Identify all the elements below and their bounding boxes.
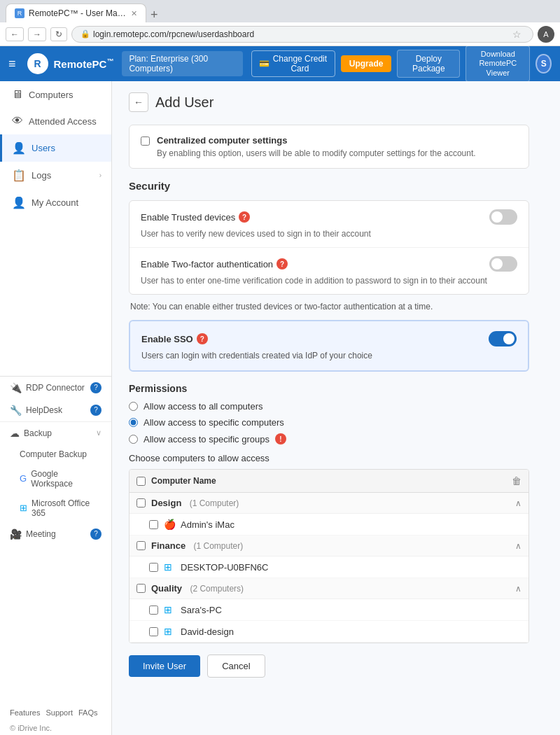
credit-card-icon: 💳 [259,59,270,69]
back-button[interactable]: ← [129,92,148,112]
sidebar-item-attended-access[interactable]: 👁 Attended Access [0,108,111,134]
user-avatar[interactable]: S [536,54,552,74]
new-tab-button[interactable]: + [146,8,162,22]
group-finance-checkbox[interactable] [136,541,146,550]
support-link[interactable]: Support [46,708,73,717]
logs-expand-icon: › [99,172,102,179]
page-footer: Invite User Cancel [129,643,529,683]
permissions-title: Permissions [129,383,529,394]
faqs-link[interactable]: FAQs [78,708,98,717]
two-factor-label: Enable Two-factor authentication ? [141,258,288,270]
address-bar[interactable]: 🔒 login.remotepc.com/rpcnew/userdashboar… [71,26,533,43]
idrive-brand: © iDrive Inc. [0,721,111,735]
tab-close-icon[interactable]: ✕ [131,9,137,18]
browser-tab[interactable]: R RemotePC™ - User Management ✕ [6,4,146,22]
backup-icon: ☁ [10,428,20,439]
sidebar-item-computer-backup[interactable]: Computer Backup [0,444,111,464]
group-quality-checkbox[interactable] [136,584,146,593]
computer-table: Computer Name 🗑 Design (1 Computer) ∧ [129,469,529,643]
features-link[interactable]: Features [10,708,40,717]
invite-user-button[interactable]: Invite User [129,655,200,677]
sidebar-item-google-workspace[interactable]: G Google Workspace [0,464,111,493]
bookmark-icon[interactable]: ☆ [512,29,522,40]
rdp-help-icon[interactable]: ? [90,382,102,393]
microsoft-icon: ⊞ [20,503,27,513]
windows-icon: ⊞ [164,561,175,573]
sso-help-icon[interactable]: ? [197,333,208,344]
radio-all-input[interactable] [129,402,138,411]
security-box: Enable Trusted devices ? User has to ver… [129,200,529,295]
saras-pc-checkbox[interactable] [149,606,158,615]
hamburger-icon[interactable]: ≡ [8,57,16,71]
delete-icon[interactable]: 🗑 [512,475,522,486]
back-button[interactable]: ← [6,27,24,41]
address-text: login.remotepc.com/rpcnew/userdashboard [93,29,254,39]
centralized-settings-card: Centralized computer settings By enablin… [129,125,529,169]
helpdesk-icon: 🔧 [10,405,22,416]
two-factor-help-icon[interactable]: ? [276,258,288,270]
change-credit-card-button[interactable]: 💳 Change Credit Card [251,50,335,77]
backup-section: ☁ Backup ∨ Computer Backup G Google Work… [0,421,111,523]
radio-specific-label[interactable]: Allow access to specific computers [144,417,284,428]
sidebar-item-rdp-connector[interactable]: 🔌 RDP Connector ? [0,377,111,399]
admin-imac-checkbox[interactable] [149,520,158,529]
sidebar-item-users[interactable]: 👤 Users [0,134,111,162]
meeting-help-icon[interactable]: ? [90,528,102,540]
finance-chevron-icon: ∧ [515,541,522,551]
sso-desc: Users can login with credentials created… [141,351,517,360]
sidebar-bottom: 🔌 RDP Connector ? 🔧 HelpDesk ? ☁ Backup … [0,376,111,545]
tab-label: RemotePC™ - User Management [29,8,127,18]
helpdesk-help-icon[interactable]: ? [90,405,102,416]
sidebar-item-meeting[interactable]: 🎥 Meeting ? [0,523,111,545]
table-row: ⊞ David-design [130,621,528,643]
reload-button[interactable]: ↻ [50,27,67,41]
download-button[interactable]: Download RemotePC Viewer [465,46,530,82]
sidebar-item-logs[interactable]: 📋 Logs › [0,162,111,189]
plan-info: Plan: Enterprise (300 Computers) [122,51,243,76]
sidebar-item-helpdesk[interactable]: 🔧 HelpDesk ? [0,399,111,421]
sso-box: Enable SSO ? Users can login with creden… [129,320,529,372]
computers-icon: 🖥 [12,88,23,101]
forward-button[interactable]: → [28,27,46,41]
centralized-label[interactable]: Centralized computer settings [157,135,476,146]
radio-groups-input[interactable] [129,435,138,444]
logo-icon: R [27,53,48,74]
two-factor-toggle[interactable] [489,256,517,272]
trusted-devices-help-icon[interactable]: ? [239,211,250,223]
two-factor-item: Enable Two-factor authentication ? User … [130,248,528,294]
apple-icon: 🍎 [164,519,175,530]
trusted-devices-label: Enable Trusted devices ? [141,211,250,223]
radio-specific-groups: Allow access to specific groups ! [129,433,529,444]
header-actions: 💳 Change Credit Card Upgrade Deploy Pack… [251,46,552,82]
trusted-devices-toggle[interactable] [489,209,517,225]
security-note: Note: You can enable either trusted devi… [129,302,529,312]
table-header: Computer Name 🗑 [130,470,528,493]
radio-all-label[interactable]: Allow access to all computers [144,401,263,412]
browser-profile-icon[interactable]: A [538,26,554,43]
centralized-checkbox[interactable] [141,136,150,146]
sso-toggle[interactable] [489,331,517,346]
groups-info-icon[interactable]: ! [275,433,286,444]
sidebar-footer-links: Features Support FAQs [0,704,111,721]
sidebar-item-my-account[interactable]: 👤 My Account [0,189,111,216]
radio-groups-label[interactable]: Allow access to specific groups [144,434,270,444]
security-section-title: Security [129,180,529,192]
desktop-u0bfn6c-checkbox[interactable] [149,563,158,572]
sidebar-item-backup[interactable]: ☁ Backup ∨ [0,422,111,444]
cancel-button[interactable]: Cancel [207,654,265,678]
sidebar-item-microsoft-office[interactable]: ⊞ Microsoft Office 365 [0,493,111,523]
logo-text: RemotePC™ [54,57,114,70]
deploy-button[interactable]: Deploy Package [397,50,460,78]
page-header: ← Add User [129,92,529,112]
upgrade-button[interactable]: Upgrade [341,55,392,72]
radio-specific-input[interactable] [129,418,138,427]
permissions-radio-group: Allow access to all computers Allow acce… [129,401,529,444]
sidebar: 🖥 Computers 👁 Attended Access 👤 Users 📋 … [0,81,112,735]
david-design-checkbox[interactable] [149,627,158,636]
group-design: Design (1 Computer) ∧ [130,493,528,514]
group-design-checkbox[interactable] [136,498,146,507]
radio-all-computers: Allow access to all computers [129,401,529,412]
select-all-checkbox[interactable] [136,477,146,486]
attended-access-icon: 👁 [12,115,23,127]
sidebar-item-computers[interactable]: 🖥 Computers [0,81,111,108]
